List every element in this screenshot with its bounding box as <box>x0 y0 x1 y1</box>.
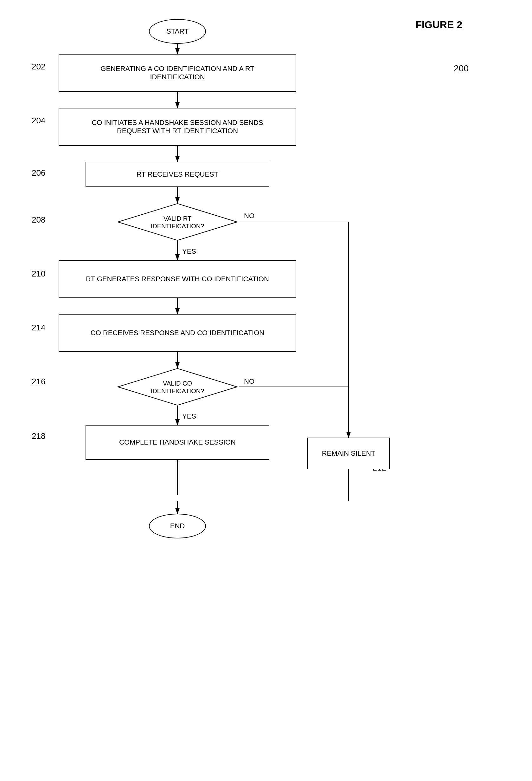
svg-text:VALID RT: VALID RT <box>164 215 191 222</box>
figure-label: FIGURE 2 <box>415 19 462 31</box>
node-202: GENERATING A CO IDENTIFICATION AND A RT … <box>59 54 296 92</box>
svg-text:IDENTIFICATION?: IDENTIFICATION? <box>151 387 205 395</box>
node-216-diamond: VALID CO IDENTIFICATION? <box>117 368 238 406</box>
ref-214: 214 <box>32 323 45 333</box>
ref-202: 202 <box>32 62 45 72</box>
ref-204: 204 <box>32 116 45 126</box>
ref-218: 218 <box>32 431 45 441</box>
ref-208: 208 <box>32 215 45 225</box>
node-210: RT GENERATES RESPONSE WITH CO IDENTIFICA… <box>59 260 296 298</box>
node-212: REMAIN SILENT <box>307 438 390 469</box>
ref-206: 206 <box>32 168 45 178</box>
node-208-diamond: VALID RT IDENTIFICATION? <box>117 203 238 241</box>
end-node: END <box>149 514 206 538</box>
svg-text:VALID CO: VALID CO <box>163 380 192 387</box>
start-node: START <box>149 19 206 44</box>
svg-text:IDENTIFICATION?: IDENTIFICATION? <box>151 222 205 230</box>
node-214: CO RECEIVES RESPONSE AND CO IDENTIFICATI… <box>59 314 296 352</box>
svg-text:YES: YES <box>182 247 196 255</box>
svg-text:NO: NO <box>244 212 255 220</box>
node-204: CO INITIATES A HANDSHAKE SESSION AND SEN… <box>59 108 296 146</box>
node-218: COMPLETE HANDSHAKE SESSION <box>86 425 269 460</box>
ref-200: 200 <box>454 64 469 74</box>
diagram-container: FIGURE 2 200 NO <box>0 0 532 781</box>
svg-text:NO: NO <box>244 377 255 385</box>
ref-210: 210 <box>32 269 45 279</box>
svg-text:YES: YES <box>182 412 196 420</box>
node-206: RT RECEIVES REQUEST <box>86 162 269 187</box>
svg-marker-24 <box>118 368 237 405</box>
svg-marker-21 <box>118 204 237 240</box>
ref-216: 216 <box>32 377 45 386</box>
